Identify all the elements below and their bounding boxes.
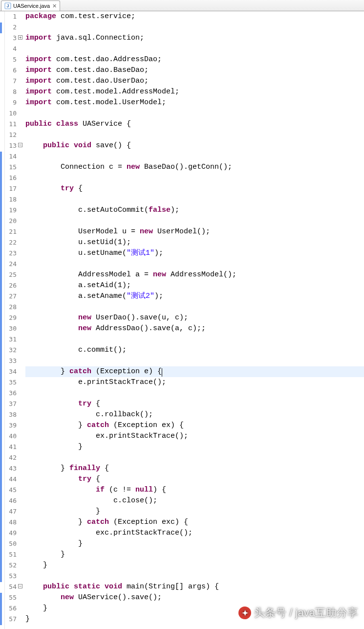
editor-tab[interactable]: J UAService.java ✕ <box>1 0 60 11</box>
code-line[interactable]: import com.test.model.AddressModel; <box>25 87 364 97</box>
code-line[interactable]: AddressModel a = new AddressModel(); <box>25 270 364 280</box>
code-line[interactable]: import java.sql.Connection; <box>25 33 364 44</box>
line-number: 1 <box>5 11 17 22</box>
line-number: 14 <box>5 151 17 162</box>
code-line[interactable]: ex.printStackTrace(); <box>25 431 364 442</box>
line-number: 35 <box>5 377 17 388</box>
line-number: 41 <box>5 442 17 452</box>
code-line[interactable] <box>25 452 364 463</box>
code-line[interactable]: } catch (Exception exc) { <box>25 517 364 528</box>
code-line[interactable]: } <box>25 506 364 517</box>
code-line[interactable]: import com.test.dao.AddressDao; <box>25 54 364 65</box>
code-line[interactable]: c.setAutoCommit(false); <box>25 205 364 216</box>
line-number: 6 <box>5 65 17 76</box>
code-line[interactable]: new UAService().save(); <box>25 592 364 603</box>
line-number: 20 <box>5 216 17 226</box>
line-number: 34 <box>5 366 17 377</box>
change-marker <box>0 593 2 625</box>
code-line[interactable]: } catch (Exception ex) { <box>25 420 364 431</box>
line-number: 3+ <box>5 33 17 44</box>
line-number: 12 <box>5 130 17 140</box>
change-marker <box>0 22 2 33</box>
code-line[interactable]: try { <box>25 399 364 409</box>
code-line[interactable]: import com.test.dao.UserDao; <box>25 76 364 87</box>
line-number: 5 <box>5 54 17 65</box>
code-line[interactable] <box>25 108 364 119</box>
code-line[interactable]: public void save() { <box>25 140 364 151</box>
line-number: 26 <box>5 280 17 291</box>
code-line[interactable]: } finally { <box>25 463 364 474</box>
code-line[interactable] <box>25 388 364 399</box>
code-line[interactable]: u.setUname("测试1"); <box>25 248 364 259</box>
code-line[interactable] <box>25 302 364 313</box>
code-line[interactable] <box>25 130 364 140</box>
line-number: 4 <box>5 44 17 54</box>
code-line[interactable]: UserModel u = new UserModel(); <box>25 226 364 237</box>
code-line[interactable]: public class UAService { <box>25 119 364 130</box>
line-number: 56 <box>5 603 17 614</box>
code-line[interactable]: new UserDao().save(u, c); <box>25 313 364 323</box>
line-number: 23 <box>5 248 17 259</box>
code-line[interactable]: if (c != null) { <box>25 485 364 495</box>
code-line[interactable]: c.close(); <box>25 495 364 506</box>
line-number: 47 <box>5 506 17 517</box>
line-number: 51 <box>5 549 17 560</box>
code-line[interactable]: try { <box>25 183 364 194</box>
line-number: 25 <box>5 270 17 280</box>
code-line[interactable]: u.setUid(1); <box>25 237 364 248</box>
code-line[interactable]: package com.test.service; <box>25 11 364 22</box>
code-line[interactable] <box>25 151 364 162</box>
code-line[interactable]: Connection c = new BaseDao().getConn(); <box>25 162 364 173</box>
code-line[interactable]: new AddressDao().save(a, c);; <box>25 323 364 334</box>
code-line[interactable]: a.setAname("测试2"); <box>25 291 364 302</box>
code-line[interactable]: } <box>25 539 364 549</box>
line-number: 39 <box>5 420 17 431</box>
line-number: 55 <box>5 592 17 603</box>
code-line[interactable]: e.printStackTrace(); <box>25 377 364 388</box>
code-line[interactable]: a.setAid(1); <box>25 280 364 291</box>
line-number: 10 <box>5 108 17 119</box>
line-number: 43 <box>5 463 17 474</box>
code-line[interactable] <box>25 259 364 270</box>
code-editor[interactable]: 123+45678910111213−141516171819202122232… <box>0 11 364 629</box>
tab-bar: J UAService.java ✕ <box>0 0 364 11</box>
code-line[interactable] <box>25 44 364 54</box>
code-line[interactable]: import com.test.dao.BaseDao; <box>25 65 364 76</box>
code-line[interactable] <box>25 216 364 226</box>
code-line[interactable]: } <box>25 560 364 571</box>
code-line[interactable]: } catch (Exception e) { <box>25 366 364 377</box>
line-number: 49 <box>5 528 17 539</box>
code-line[interactable]: c.commit(); <box>25 345 364 356</box>
toutiao-logo-icon: ✦ <box>238 607 251 619</box>
code-line[interactable]: c.rollback(); <box>25 409 364 420</box>
code-line[interactable] <box>25 194 364 205</box>
code-line[interactable]: import com.test.model.UserModel; <box>25 97 364 108</box>
code-line[interactable]: } <box>25 549 364 560</box>
line-number: 28 <box>5 302 17 313</box>
line-number-gutter: 123+45678910111213−141516171819202122232… <box>5 11 19 629</box>
code-line[interactable]: try { <box>25 474 364 485</box>
code-line[interactable] <box>25 22 364 33</box>
tab-label: UAService.java <box>13 3 50 9</box>
code-area[interactable]: package com.test.service;import java.sql… <box>19 11 364 629</box>
code-line[interactable] <box>25 173 364 183</box>
line-number: 52 <box>5 560 17 571</box>
code-line[interactable]: exc.printStackTrace(); <box>25 528 364 539</box>
line-number: 31 <box>5 334 17 345</box>
line-number: 57 <box>5 614 17 625</box>
line-number: 17 <box>5 183 17 194</box>
code-line[interactable] <box>25 571 364 582</box>
close-icon[interactable]: ✕ <box>52 3 57 8</box>
code-line[interactable] <box>25 356 364 366</box>
line-number: 16 <box>5 173 17 183</box>
line-number: 15 <box>5 162 17 173</box>
code-line[interactable] <box>25 334 364 345</box>
code-line[interactable]: public static void main(String[] args) { <box>25 582 364 592</box>
line-number: 7 <box>5 76 17 87</box>
line-number: 21 <box>5 226 17 237</box>
line-number: 32 <box>5 345 17 356</box>
watermark: ✦ 头条号 / java互助分享 <box>238 606 358 620</box>
line-number: 2 <box>5 22 17 33</box>
code-line[interactable]: } <box>25 442 364 452</box>
line-number: 30 <box>5 323 17 334</box>
